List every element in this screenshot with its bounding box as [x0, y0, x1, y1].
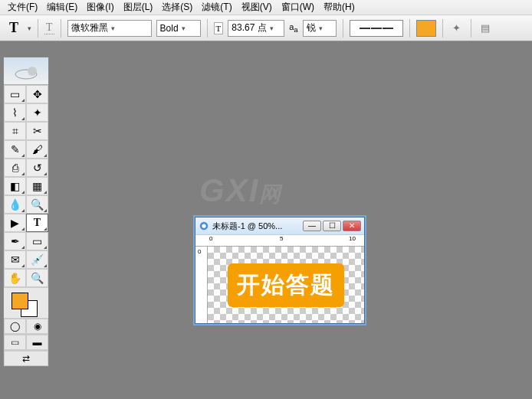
app-icon — [199, 221, 209, 231]
maximize-button[interactable]: ☐ — [323, 221, 341, 231]
slice-tool[interactable]: ✂ — [26, 122, 48, 140]
font-weight-value: Bold — [160, 23, 179, 34]
font-size-value: 83.67 点 — [232, 21, 266, 34]
antialias-icon: aa — [289, 22, 297, 34]
pen-tool[interactable]: ✒ — [4, 232, 26, 250]
tool-palette: ▭ ✥ ⌇ ✦ ⌗ ✂ ✎ 🖌 ⎙ ↺ ◧ ▦ 💧 🔍 ▶ T ✒ ▭ ✉ 💉 … — [3, 57, 49, 367]
shape-tool[interactable]: ▭ — [26, 232, 48, 250]
canvas-button-text: 开始答题 — [237, 272, 335, 297]
menu-image[interactable]: 图像(I) — [82, 1, 118, 14]
document-titlebar[interactable]: 未标题-1 @ 50%... — ☐ ✕ — [195, 217, 364, 234]
vertical-ruler: 0 — [195, 247, 208, 323]
healing-tool[interactable]: ✎ — [4, 140, 26, 159]
document-title: 未标题-1 @ 50%... — [212, 221, 300, 232]
menu-select[interactable]: 选择(S) — [157, 1, 197, 14]
quickmask-mask[interactable]: ◉ — [26, 319, 48, 334]
type-tool[interactable]: T — [26, 214, 48, 232]
canvas[interactable]: 开始答题 — [208, 247, 364, 323]
jump-to-button[interactable]: ⇄ — [4, 351, 48, 366]
marquee-tool[interactable]: ▭ — [4, 85, 26, 103]
screenmode-2[interactable]: ▬ — [26, 335, 48, 350]
palette-preview — [4, 57, 48, 85]
chevron-down-icon: ▾ — [270, 25, 274, 32]
eyedropper-tool[interactable]: 💉 — [26, 250, 48, 269]
document-window: 未标题-1 @ 50%... — ☐ ✕ 0 5 10 0 开始答题 — [195, 217, 365, 324]
text-color-swatch[interactable] — [416, 20, 436, 37]
quickmask-standard[interactable]: ◯ — [4, 319, 26, 334]
svg-point-3 — [202, 224, 205, 227]
hand-tool[interactable]: ✋ — [4, 269, 26, 287]
dropdown-icon[interactable]: ▾ — [28, 25, 31, 32]
watermark: GXI网 — [199, 172, 282, 209]
color-swatches[interactable] — [4, 287, 48, 318]
stamp-tool[interactable]: ⎙ — [4, 159, 26, 177]
move-tool[interactable]: ✥ — [26, 85, 48, 103]
lasso-tool[interactable]: ⌇ — [4, 103, 26, 122]
menu-view[interactable]: 视图(V) — [237, 1, 277, 14]
tool-grid: ▭ ✥ ⌇ ✦ ⌗ ✂ ✎ 🖌 ⎙ ↺ ◧ ▦ 💧 🔍 ▶ T ✒ ▭ ✉ 💉 … — [4, 85, 48, 287]
chevron-down-icon: ▾ — [319, 25, 323, 32]
path-select-tool[interactable]: ▶ — [4, 214, 26, 232]
magic-wand-tool[interactable]: ✦ — [26, 103, 48, 122]
menu-file[interactable]: 文件(F) — [3, 1, 42, 14]
zoom-tool[interactable]: 🔍 — [26, 269, 48, 287]
dodge-tool[interactable]: 🔍 — [26, 195, 48, 214]
svg-point-1 — [28, 67, 37, 76]
menu-layer[interactable]: 图层(L) — [119, 1, 158, 14]
font-family-select[interactable]: 微软雅黑 ▾ — [67, 20, 152, 37]
chevron-down-icon: ▾ — [182, 25, 186, 32]
gradient-tool[interactable]: ▦ — [26, 177, 48, 195]
menu-help[interactable]: 帮助(H) — [319, 1, 360, 14]
screenmode-1[interactable]: ▭ — [4, 335, 26, 350]
text-align-group[interactable] — [350, 20, 403, 37]
tool-options-bar: T ▾ T 微软雅黑 ▾ Bold ▾ T 83.67 点 ▾ aa 锐 ▾ ✦… — [0, 15, 532, 41]
eraser-tool[interactable]: ◧ — [4, 177, 26, 195]
blur-tool[interactable]: 💧 — [4, 195, 26, 214]
history-brush-tool[interactable]: ↺ — [26, 159, 48, 177]
crop-tool[interactable]: ⌗ — [4, 122, 26, 140]
font-size-select[interactable]: 83.67 点 ▾ — [228, 20, 284, 37]
character-panel-button[interactable]: ▤ — [478, 21, 493, 36]
menu-filter[interactable]: 滤镜(T) — [197, 1, 236, 14]
notes-tool[interactable]: ✉ — [4, 250, 26, 269]
horizontal-ruler: 0 5 10 — [195, 234, 364, 247]
brush-tool[interactable]: 🖌 — [26, 140, 48, 159]
canvas-button-shape: 开始答题 — [228, 263, 344, 307]
type-tool-icon: T — [5, 20, 23, 36]
warp-text-button[interactable]: ✦ — [449, 21, 465, 36]
menu-window[interactable]: 窗口(W) — [277, 1, 319, 14]
font-size-icon: T — [214, 22, 224, 34]
antialias-select[interactable]: 锐 ▾ — [303, 20, 337, 37]
minimize-button[interactable]: — — [303, 221, 321, 231]
chevron-down-icon: ▾ — [111, 25, 115, 32]
font-weight-select[interactable]: Bold ▾ — [156, 20, 201, 37]
text-orientation-button[interactable]: T — [44, 21, 54, 34]
close-button[interactable]: ✕ — [343, 221, 361, 231]
font-family-value: 微软雅黑 — [71, 21, 108, 34]
foreground-color[interactable] — [11, 293, 28, 309]
menu-edit[interactable]: 编辑(E) — [42, 1, 82, 14]
menu-bar: 文件(F) 编辑(E) 图像(I) 图层(L) 选择(S) 滤镜(T) 视图(V… — [0, 0, 532, 15]
antialias-value: 锐 — [307, 21, 316, 34]
